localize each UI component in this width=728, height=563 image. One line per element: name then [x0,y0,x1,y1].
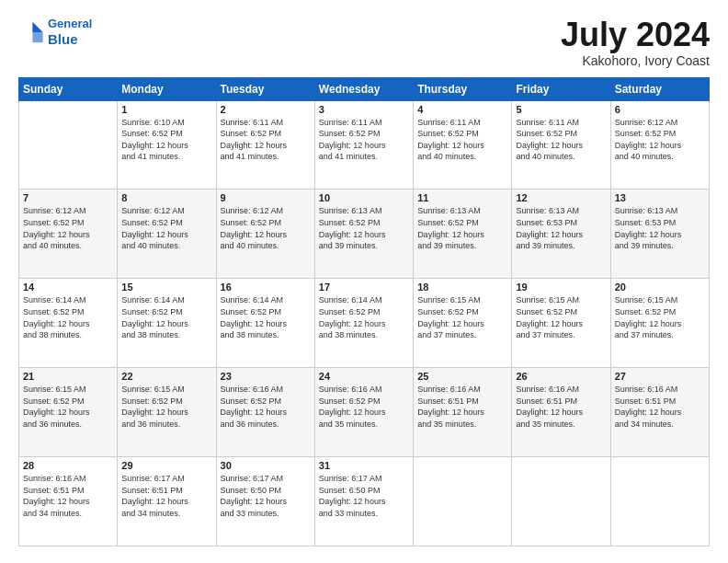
calendar-header-tuesday: Tuesday [216,77,314,100]
calendar-week-2: 7Sunrise: 6:12 AM Sunset: 6:52 PM Daylig… [19,190,710,279]
main-title: July 2024 [561,17,710,53]
calendar-cell [19,100,118,190]
day-number: 1 [121,104,211,115]
day-info: Sunrise: 6:12 AM Sunset: 6:52 PM Dayligh… [221,205,311,251]
calendar-cell: 9Sunrise: 6:12 AM Sunset: 6:52 PM Daylig… [216,190,314,279]
calendar-cell: 28Sunrise: 6:16 AM Sunset: 6:51 PM Dayli… [19,457,118,546]
day-info: Sunrise: 6:13 AM Sunset: 6:53 PM Dayligh… [615,205,705,251]
calendar-cell: 21Sunrise: 6:15 AM Sunset: 6:52 PM Dayli… [19,368,118,457]
calendar-week-1: 1Sunrise: 6:10 AM Sunset: 6:52 PM Daylig… [19,100,710,190]
calendar-cell: 26Sunrise: 6:16 AM Sunset: 6:51 PM Dayli… [512,368,610,457]
calendar-header-thursday: Thursday [414,77,512,100]
day-info: Sunrise: 6:15 AM Sunset: 6:52 PM Dayligh… [121,384,211,430]
calendar-cell: 15Sunrise: 6:14 AM Sunset: 6:52 PM Dayli… [118,279,216,368]
calendar-week-3: 14Sunrise: 6:14 AM Sunset: 6:52 PM Dayli… [19,279,710,368]
calendar-cell: 14Sunrise: 6:14 AM Sunset: 6:52 PM Dayli… [19,279,118,368]
calendar-cell: 5Sunrise: 6:11 AM Sunset: 6:52 PM Daylig… [512,100,610,190]
day-info: Sunrise: 6:15 AM Sunset: 6:52 PM Dayligh… [615,294,705,340]
calendar-cell: 7Sunrise: 6:12 AM Sunset: 6:52 PM Daylig… [19,190,118,279]
day-number: 20 [615,282,705,293]
day-number: 29 [121,460,211,471]
calendar-cell: 20Sunrise: 6:15 AM Sunset: 6:52 PM Dayli… [610,279,709,368]
calendar-cell: 18Sunrise: 6:15 AM Sunset: 6:52 PM Dayli… [414,279,512,368]
calendar-cell: 16Sunrise: 6:14 AM Sunset: 6:52 PM Dayli… [216,279,314,368]
calendar-cell [512,457,610,546]
calendar-cell: 25Sunrise: 6:16 AM Sunset: 6:51 PM Dayli… [414,368,512,457]
day-info: Sunrise: 6:12 AM Sunset: 6:52 PM Dayligh… [615,117,705,163]
day-number: 3 [319,104,409,115]
day-info: Sunrise: 6:17 AM Sunset: 6:51 PM Dayligh… [121,473,211,519]
subtitle: Kakohoro, Ivory Coast [561,53,710,68]
day-number: 19 [516,282,606,293]
day-info: Sunrise: 6:13 AM Sunset: 6:53 PM Dayligh… [516,205,606,251]
day-info: Sunrise: 6:14 AM Sunset: 6:52 PM Dayligh… [221,294,311,340]
header: General Blue July 2024 Kakohoro, Ivory C… [18,17,710,68]
day-number: 23 [221,371,311,382]
day-info: Sunrise: 6:11 AM Sunset: 6:52 PM Dayligh… [417,117,507,163]
day-number: 4 [417,104,507,115]
day-number: 10 [319,192,409,203]
day-info: Sunrise: 6:13 AM Sunset: 6:52 PM Dayligh… [319,205,409,251]
day-number: 31 [319,460,409,471]
calendar-cell: 1Sunrise: 6:10 AM Sunset: 6:52 PM Daylig… [118,100,216,190]
day-number: 13 [615,192,705,203]
svg-marker-1 [32,32,42,42]
day-info: Sunrise: 6:16 AM Sunset: 6:51 PM Dayligh… [417,384,507,430]
day-info: Sunrise: 6:15 AM Sunset: 6:52 PM Dayligh… [417,294,507,340]
calendar-cell [610,457,709,546]
day-info: Sunrise: 6:11 AM Sunset: 6:52 PM Dayligh… [319,117,409,163]
calendar-cell: 30Sunrise: 6:17 AM Sunset: 6:50 PM Dayli… [216,457,314,546]
calendar-cell: 27Sunrise: 6:16 AM Sunset: 6:51 PM Dayli… [610,368,709,457]
calendar-cell: 6Sunrise: 6:12 AM Sunset: 6:52 PM Daylig… [610,100,709,190]
day-number: 11 [417,192,507,203]
logo-icon [18,19,44,45]
calendar-cell: 12Sunrise: 6:13 AM Sunset: 6:53 PM Dayli… [512,190,610,279]
day-number: 15 [121,282,211,293]
title-block: July 2024 Kakohoro, Ivory Coast [561,17,710,68]
calendar-cell: 3Sunrise: 6:11 AM Sunset: 6:52 PM Daylig… [314,100,413,190]
day-number: 24 [319,371,409,382]
calendar-cell [414,457,512,546]
logo-line2: Blue [48,31,78,47]
calendar-week-5: 28Sunrise: 6:16 AM Sunset: 6:51 PM Dayli… [19,457,710,546]
day-number: 5 [516,104,606,115]
calendar-cell: 29Sunrise: 6:17 AM Sunset: 6:51 PM Dayli… [118,457,216,546]
day-info: Sunrise: 6:16 AM Sunset: 6:52 PM Dayligh… [221,384,311,430]
calendar-cell: 22Sunrise: 6:15 AM Sunset: 6:52 PM Dayli… [118,368,216,457]
calendar-header-wednesday: Wednesday [314,77,413,100]
svg-marker-0 [32,22,42,32]
calendar-cell: 13Sunrise: 6:13 AM Sunset: 6:53 PM Dayli… [610,190,709,279]
calendar-week-4: 21Sunrise: 6:15 AM Sunset: 6:52 PM Dayli… [19,368,710,457]
day-info: Sunrise: 6:12 AM Sunset: 6:52 PM Dayligh… [23,205,113,251]
calendar-cell: 17Sunrise: 6:14 AM Sunset: 6:52 PM Dayli… [314,279,413,368]
calendar-header-sunday: Sunday [19,77,118,100]
day-number: 27 [615,371,705,382]
calendar-header-monday: Monday [118,77,216,100]
day-info: Sunrise: 6:15 AM Sunset: 6:52 PM Dayligh… [23,384,113,430]
day-number: 8 [121,192,211,203]
day-info: Sunrise: 6:11 AM Sunset: 6:52 PM Dayligh… [221,117,311,163]
day-number: 22 [121,371,211,382]
day-number: 16 [221,282,311,293]
day-number: 7 [23,192,113,203]
page: General Blue July 2024 Kakohoro, Ivory C… [0,0,728,563]
day-number: 6 [615,104,705,115]
calendar-cell: 2Sunrise: 6:11 AM Sunset: 6:52 PM Daylig… [216,100,314,190]
day-info: Sunrise: 6:14 AM Sunset: 6:52 PM Dayligh… [121,294,211,340]
calendar-header-row: SundayMondayTuesdayWednesdayThursdayFrid… [19,77,710,100]
logo-text: General Blue [48,17,92,48]
day-info: Sunrise: 6:16 AM Sunset: 6:52 PM Dayligh… [319,384,409,430]
day-info: Sunrise: 6:10 AM Sunset: 6:52 PM Dayligh… [121,117,211,163]
calendar-table: SundayMondayTuesdayWednesdayThursdayFrid… [18,77,710,546]
calendar-cell: 24Sunrise: 6:16 AM Sunset: 6:52 PM Dayli… [314,368,413,457]
day-number: 28 [23,460,113,471]
day-info: Sunrise: 6:14 AM Sunset: 6:52 PM Dayligh… [23,294,113,340]
day-number: 26 [516,371,606,382]
day-info: Sunrise: 6:16 AM Sunset: 6:51 PM Dayligh… [516,384,606,430]
day-number: 2 [221,104,311,115]
day-info: Sunrise: 6:16 AM Sunset: 6:51 PM Dayligh… [615,384,705,430]
calendar-header-saturday: Saturday [610,77,709,100]
calendar-header-friday: Friday [512,77,610,100]
logo: General Blue [18,17,92,48]
day-number: 17 [319,282,409,293]
